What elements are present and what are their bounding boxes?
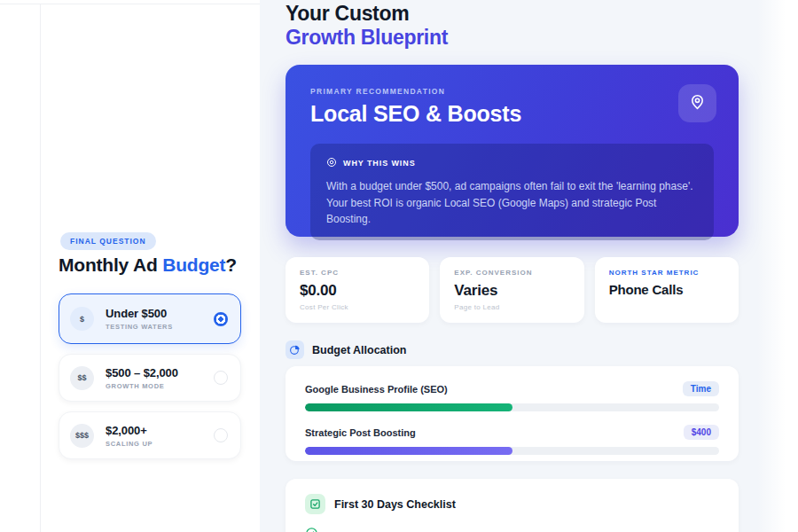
option-text: $500 – $2,000 GROWTH MODE xyxy=(106,366,214,390)
location-pin-icon xyxy=(688,92,707,114)
question-suffix: ? xyxy=(225,254,237,275)
main-panel: Your Custom Growth Blueprint PRIMARY REC… xyxy=(260,0,798,532)
primary-recommendation-card: PRIMARY RECOMMENDATION Local SEO & Boost… xyxy=(286,65,739,237)
option-label: Under $500 xyxy=(106,307,214,320)
budget-option-2000-plus[interactable]: $$$ $2,000+ SCALING UP xyxy=(59,411,241,459)
metric-label: EST. CPC xyxy=(300,269,415,277)
option-text: $2,000+ SCALING UP xyxy=(106,424,214,448)
target-icon xyxy=(326,155,337,171)
sidebar: FINAL QUESTION Monthly Ad Budget? $ Unde… xyxy=(0,0,260,532)
allocation-name: Strategic Post Boosting xyxy=(305,427,416,438)
recommendation-title: Local SEO & Boosts xyxy=(310,101,714,127)
budget-option-500-2000[interactable]: $$ $500 – $2,000 GROWTH MODE xyxy=(59,354,241,402)
metric-sublabel: Page to Lead xyxy=(454,303,569,311)
why-this-wins-text: With a budget under $500, ad campaigns o… xyxy=(326,178,698,228)
right-edge-fade xyxy=(757,0,798,532)
allocation-badge: Time xyxy=(683,381,719,396)
option-text: Under $500 TESTING WATERS xyxy=(106,307,214,331)
allocation-row-seo: Google Business Profile (SEO) Time xyxy=(305,381,719,411)
page-title-line1: Your Custom xyxy=(286,2,448,26)
metric-label: NORTH STAR METRIC xyxy=(609,269,724,277)
question-highlight: Budget xyxy=(162,254,225,275)
dollar-icon: $ xyxy=(70,307,94,331)
question-heading: Monthly Ad Budget? xyxy=(59,254,237,276)
option-sublabel: TESTING WATERS xyxy=(106,323,214,331)
radio-unselected[interactable] xyxy=(214,371,228,385)
metric-card-north-star: NORTH STAR METRIC Phone Calls xyxy=(595,257,739,323)
metric-card-cpc: EST. CPC $0.00 Cost Per Click xyxy=(286,257,429,323)
allocation-row-boosting: Strategic Post Boosting $400 xyxy=(305,425,719,455)
vertical-divider xyxy=(40,4,41,532)
budget-option-under-500[interactable]: $ Under $500 TESTING WATERS xyxy=(59,293,241,344)
metric-value: Varies xyxy=(454,282,569,300)
check-square-icon xyxy=(305,494,325,514)
page-title: Your Custom Growth Blueprint xyxy=(286,2,448,50)
page: FINAL QUESTION Monthly Ad Budget? $ Unde… xyxy=(0,0,798,532)
final-question-badge: FINAL QUESTION xyxy=(60,232,156,250)
why-this-wins-label: WHY THIS WINS xyxy=(343,159,416,168)
option-label: $2,000+ xyxy=(106,424,214,437)
metric-label: EXP. CONVERSION xyxy=(454,269,569,277)
metrics-row: EST. CPC $0.00 Cost Per Click EXP. CONVE… xyxy=(286,257,739,323)
progress-fill-indigo xyxy=(305,447,512,455)
circle-check-icon xyxy=(305,527,318,532)
location-pin-button[interactable] xyxy=(678,84,716,122)
first-30-days-checklist-card: First 30 Days Checklist Claim Google Bus… xyxy=(286,479,739,532)
page-title-line2: Growth Blueprint xyxy=(286,26,448,50)
radio-selected[interactable] xyxy=(214,312,228,326)
recommendation-eyebrow: PRIMARY RECOMMENDATION xyxy=(310,87,714,96)
allocation-badge: $400 xyxy=(684,425,719,440)
metric-sublabel: Cost Per Click xyxy=(300,303,415,311)
budget-allocation-header: Budget Allocation xyxy=(286,340,406,359)
allocation-name: Google Business Profile (SEO) xyxy=(305,384,448,395)
checklist-title: First 30 Days Checklist xyxy=(334,498,456,511)
budget-allocation-title: Budget Allocation xyxy=(312,344,406,356)
metric-card-conversion: EXP. CONVERSION Varies Page to Lead xyxy=(440,257,583,323)
budget-allocation-card: Google Business Profile (SEO) Time Strat… xyxy=(286,366,739,461)
triple-dollar-icon: $$$ xyxy=(70,424,94,448)
checklist-item[interactable]: Claim Google Business Profile xyxy=(305,527,719,532)
radio-unselected[interactable] xyxy=(214,428,228,442)
progress-fill-green xyxy=(305,403,512,411)
question-prefix: Monthly Ad xyxy=(59,254,162,275)
metric-value: $0.00 xyxy=(300,282,415,300)
option-sublabel: GROWTH MODE xyxy=(106,382,214,390)
why-this-wins-box: WHY THIS WINS With a budget under $500, … xyxy=(310,144,714,240)
option-sublabel: SCALING UP xyxy=(106,440,214,448)
metric-value: Phone Calls xyxy=(609,282,724,297)
option-label: $500 – $2,000 xyxy=(106,366,214,379)
progress-track xyxy=(305,447,719,455)
top-divider xyxy=(0,4,260,4)
double-dollar-icon: $$ xyxy=(70,366,94,390)
progress-track xyxy=(305,403,719,411)
pie-chart-icon xyxy=(286,340,304,359)
